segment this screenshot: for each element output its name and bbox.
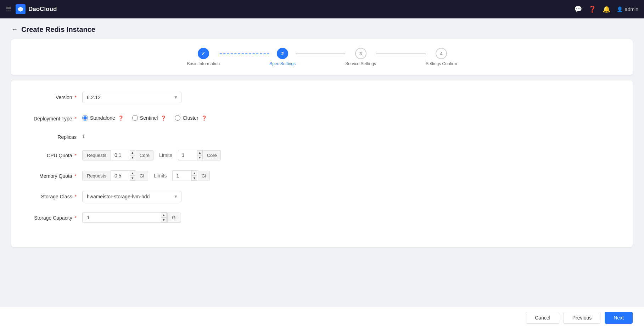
memory-requests-spinners: ▲ ▼ xyxy=(130,170,135,181)
radio-sentinel-input[interactable] xyxy=(132,115,138,121)
version-select[interactable]: 6.2.12 6.2.11 6.0.9 xyxy=(82,92,181,103)
storage-class-select[interactable]: hwameistor-storage-lvm-hdd hwameistor-st… xyxy=(82,191,181,202)
memory-requests-unit: Gi xyxy=(136,171,148,181)
memory-quota-group: Requests ▲ ▼ Gi Limits xyxy=(82,170,295,181)
memory-requests-input-wrap: ▲ ▼ xyxy=(111,170,136,181)
cpu-quota-label: CPU Quota * xyxy=(26,150,82,158)
storage-class-control: hwameistor-storage-lvm-hdd hwameistor-st… xyxy=(82,191,295,202)
back-button[interactable]: ← xyxy=(11,26,18,33)
storage-capacity-required: * xyxy=(75,215,77,221)
brand-logo-area: DaoCloud xyxy=(16,4,57,14)
form-card: Version * 6.2.12 6.2.11 6.0.9 ▼ Deployme… xyxy=(11,80,633,247)
radio-sentinel[interactable]: Sentinel ❓ xyxy=(132,115,167,121)
memory-quota-control: Requests ▲ ▼ Gi Limits xyxy=(82,170,295,181)
cpu-limits-up-button[interactable]: ▲ xyxy=(197,150,203,155)
memory-limits-down-button[interactable]: ▼ xyxy=(191,176,197,181)
memory-quota-required: * xyxy=(75,173,77,179)
cpu-requests-spinners: ▲ ▼ xyxy=(130,150,135,160)
storage-capacity-spinners: ▲ ▼ xyxy=(161,212,167,223)
step-2-label: Spec Settings xyxy=(269,61,296,66)
user-menu[interactable]: 👤 admin xyxy=(617,6,638,12)
replicas-label: Replicas xyxy=(26,131,82,140)
memory-limits-spinners: ▲ ▼ xyxy=(191,170,197,181)
step-1-circle: ✓ xyxy=(198,48,209,59)
menu-icon[interactable]: ☰ xyxy=(6,5,11,13)
radio-cluster-label: Cluster xyxy=(183,115,198,121)
cpu-requests-tag: Requests xyxy=(82,150,111,160)
memory-limits-up-button[interactable]: ▲ xyxy=(191,171,197,176)
deployment-type-control: Standalone ❓ Sentinel ❓ Cluster ❓ xyxy=(82,113,295,121)
notifications-icon[interactable]: 🔔 xyxy=(603,5,610,13)
cpu-quota-group: Requests ▲ ▼ Core Limits xyxy=(82,150,295,160)
radio-cluster-input[interactable] xyxy=(175,115,180,121)
deployment-type-row: Deployment Type * Standalone ❓ Sentinel … xyxy=(26,113,618,121)
memory-requests-down-button[interactable]: ▼ xyxy=(130,176,135,181)
memory-requests-tag: Requests xyxy=(82,171,111,181)
storage-capacity-input[interactable] xyxy=(82,212,167,223)
radio-cluster[interactable]: Cluster ❓ xyxy=(175,115,207,121)
previous-button[interactable]: Previous xyxy=(564,312,600,324)
cpu-limits-unit: Core xyxy=(203,150,221,160)
cancel-button[interactable]: Cancel xyxy=(526,312,559,324)
cpu-limits-spinners: ▲ ▼ xyxy=(197,150,203,160)
storage-capacity-group: ▲ ▼ Gi xyxy=(82,212,295,223)
step-4-label: Settings Confirm xyxy=(426,61,457,66)
storage-class-required: * xyxy=(75,194,77,199)
top-navigation: ☰ DaoCloud 💬 ❓ 🔔 👤 admin xyxy=(0,0,644,18)
user-avatar-icon: 👤 xyxy=(617,6,623,12)
standalone-help-icon[interactable]: ❓ xyxy=(118,115,124,121)
cpu-quota-row: CPU Quota * Requests ▲ ▼ Core Limit xyxy=(26,150,618,160)
brand-logo-icon xyxy=(16,4,26,14)
step-3-label: Service Settings xyxy=(345,61,376,66)
cpu-limits-input-wrap: ▲ ▼ xyxy=(178,150,203,160)
sentinel-help-icon[interactable]: ❓ xyxy=(161,115,166,121)
connector-2-3 xyxy=(296,53,345,54)
cpu-quota-required: * xyxy=(75,153,77,158)
storage-capacity-row: Storage Capacity * ▲ ▼ Gi xyxy=(26,212,618,223)
next-button[interactable]: Next xyxy=(605,312,633,324)
cpu-requests-down-button[interactable]: ▼ xyxy=(130,155,135,160)
version-required: * xyxy=(75,95,77,100)
deployment-type-radio-group: Standalone ❓ Sentinel ❓ Cluster ❓ xyxy=(82,113,295,121)
storage-capacity-up-button[interactable]: ▲ xyxy=(161,213,167,217)
radio-sentinel-label: Sentinel xyxy=(140,115,158,121)
storage-capacity-control: ▲ ▼ Gi xyxy=(82,212,295,223)
cpu-requests-up-button[interactable]: ▲ xyxy=(130,150,135,155)
deployment-type-label: Deployment Type * xyxy=(26,113,82,121)
connector-1-2 xyxy=(220,53,269,54)
storage-capacity-input-wrap: ▲ ▼ xyxy=(82,212,167,223)
replicas-value: 1 xyxy=(82,131,295,139)
step-4-circle: 4 xyxy=(436,48,447,59)
replicas-row: Replicas 1 xyxy=(26,131,618,140)
cpu-requests-input-wrap: ▲ ▼ xyxy=(111,150,136,160)
step-1-label: Basic Information xyxy=(187,61,220,66)
radio-standalone[interactable]: Standalone ❓ xyxy=(82,115,124,121)
version-select-wrapper: 6.2.12 6.2.11 6.0.9 ▼ xyxy=(82,92,181,103)
memory-limits-input-wrap: ▲ ▼ xyxy=(172,170,198,181)
memory-quota-label: Memory Quota * xyxy=(26,170,82,179)
step-3-circle: 3 xyxy=(355,48,366,59)
page-title: Create Redis Instance xyxy=(21,26,95,34)
user-name: admin xyxy=(625,6,638,12)
step-settings-confirm: 4 Settings Confirm xyxy=(426,48,457,66)
help-icon[interactable]: ❓ xyxy=(588,5,596,13)
storage-class-label: Storage Class * xyxy=(26,191,82,199)
step-service-settings: 3 Service Settings xyxy=(345,48,376,66)
radio-standalone-input[interactable] xyxy=(82,115,88,121)
step-basic-information: ✓ Basic Information xyxy=(187,48,220,66)
storage-capacity-label: Storage Capacity * xyxy=(26,212,82,221)
messages-icon[interactable]: 💬 xyxy=(574,5,582,13)
cpu-quota-separator: Limits xyxy=(159,152,172,158)
svg-marker-0 xyxy=(18,7,23,12)
cpu-limits-down-button[interactable]: ▼ xyxy=(197,155,203,160)
stepper: ✓ Basic Information 2 Spec Settings 3 Se… xyxy=(26,48,618,66)
cluster-help-icon[interactable]: ❓ xyxy=(201,115,207,121)
storage-capacity-down-button[interactable]: ▼ xyxy=(161,217,167,222)
step-spec-settings: 2 Spec Settings xyxy=(269,48,296,66)
memory-requests-up-button[interactable]: ▲ xyxy=(130,171,135,176)
storage-class-row: Storage Class * hwameistor-storage-lvm-h… xyxy=(26,191,618,202)
version-label: Version * xyxy=(26,92,82,100)
brand-name: DaoCloud xyxy=(28,6,57,13)
cpu-quota-control: Requests ▲ ▼ Core Limits xyxy=(82,150,295,160)
storage-class-select-wrapper: hwameistor-storage-lvm-hdd hwameistor-st… xyxy=(82,191,181,202)
